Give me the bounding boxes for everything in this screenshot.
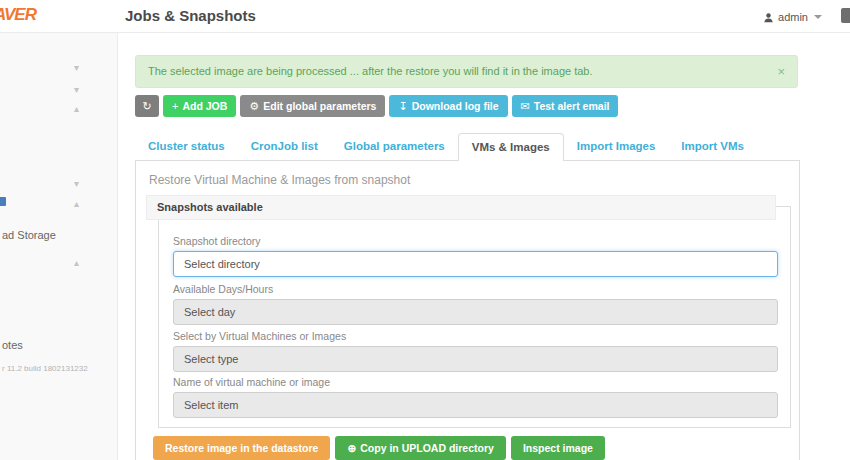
chevron-down-icon[interactable]: ▾ [74,179,79,189]
add-job-button[interactable]: + Add JOB [163,95,236,117]
snapshot-directory-input[interactable] [173,251,778,277]
field-label: Select by Virtual Machines or Images [173,330,778,342]
app-logo: AVER [0,5,114,29]
plus-icon: + [172,100,178,112]
select-type-field: Select by Virtual Machines or Images [173,330,778,372]
toolbar: ↻ + Add JOB ⚙ Edit global parameters ↧ D… [135,95,618,117]
select-type-input [173,346,778,372]
inspect-image-label: Inspect image [523,442,593,454]
edit-global-label: Edit global parameters [263,100,376,112]
add-job-label: Add JOB [182,100,227,112]
gear-icon: ⚙ [249,100,259,113]
snapshot-directory-field: Snapshot directory [173,235,778,277]
refresh-icon: ↻ [142,100,151,113]
download-log-label: Download log file [412,100,499,112]
page-title: Jobs & Snapshots [125,7,256,24]
version-label: r 11.2 build 1802131232 [2,364,88,373]
download-log-button[interactable]: ↧ Download log file [389,95,507,117]
vm-name-input [173,392,778,418]
alert-message: The selected image are being processed .… [148,65,593,77]
test-alert-email-button[interactable]: ✉ Test alert email [512,95,619,117]
available-days-field: Available Days/Hours [173,283,778,325]
copy-upload-label: Copy in UPLOAD directory [360,442,494,454]
chevron-down-icon [814,15,822,19]
restore-image-label: Restore image in the datastore [165,442,318,454]
edit-global-parameters-button[interactable]: ⚙ Edit global parameters [240,95,385,117]
download-icon: ↧ [398,100,407,113]
close-icon[interactable]: × [777,56,785,87]
tab-import-images[interactable]: Import Images [564,133,669,161]
tab-cluster-status[interactable]: Cluster status [135,133,238,161]
chevron-up-icon[interactable]: ▴ [74,199,79,209]
sidebar-item-upload-storage[interactable]: ad Storage [2,229,56,241]
user-menu[interactable]: admin [763,8,822,26]
panel-description: Restore Virtual Machine & Images from sn… [149,173,410,187]
available-days-input [173,299,778,325]
restore-image-button[interactable]: Restore image in the datastore [153,436,330,460]
test-alert-label: Test alert email [534,100,610,112]
tab-vms-and-images[interactable]: VMs & Images [458,133,564,161]
chevron-up-icon[interactable]: ▴ [74,258,79,268]
action-buttons: Restore image in the datastore ⊕ Copy in… [153,436,605,460]
copy-icon: ⊕ [347,442,356,454]
tab-global-parameters[interactable]: Global parameters [331,133,458,161]
chevron-up-icon[interactable]: ▴ [74,104,79,114]
tab-import-vms[interactable]: Import VMs [668,133,757,161]
copy-upload-button[interactable]: ⊕ Copy in UPLOAD directory [335,436,505,460]
user-name: admin [778,11,808,23]
tab-bar: Cluster status CronJob list Global param… [135,133,757,161]
main-content: The selected image are being processed .… [118,33,850,460]
tab-content-panel: Restore Virtual Machine & Images from sn… [135,160,800,460]
snapshots-available-heading: Snapshots available [146,195,776,220]
chevron-down-icon[interactable]: ▾ [74,63,79,73]
top-header: AVER Jobs & Snapshots admin [0,0,850,33]
success-alert: The selected image are being processed .… [135,55,798,88]
inspect-image-button[interactable]: Inspect image [511,436,605,460]
alert-email-icon: ✉ [521,100,530,113]
sidebar: ▾ ▾ ▴ ▾ ▴ ad Storage ▴ otes r 11.2 build… [0,33,118,460]
field-label: Available Days/Hours [173,283,778,295]
person-icon [763,12,774,23]
tab-cronjob-list[interactable]: CronJob list [238,133,331,161]
chevron-down-icon[interactable]: ▾ [74,85,79,95]
sidebar-item-icon [0,197,6,206]
snapshot-form: Snapshot directory Available Days/Hours … [158,206,791,428]
field-label: Name of virtual machine or image [173,376,778,388]
vm-name-field: Name of virtual machine or image [173,376,778,418]
refresh-button[interactable]: ↻ [135,95,159,117]
field-label: Snapshot directory [173,235,778,247]
partial-header-icon[interactable] [841,8,850,23]
sidebar-item-notes[interactable]: otes [2,339,23,351]
